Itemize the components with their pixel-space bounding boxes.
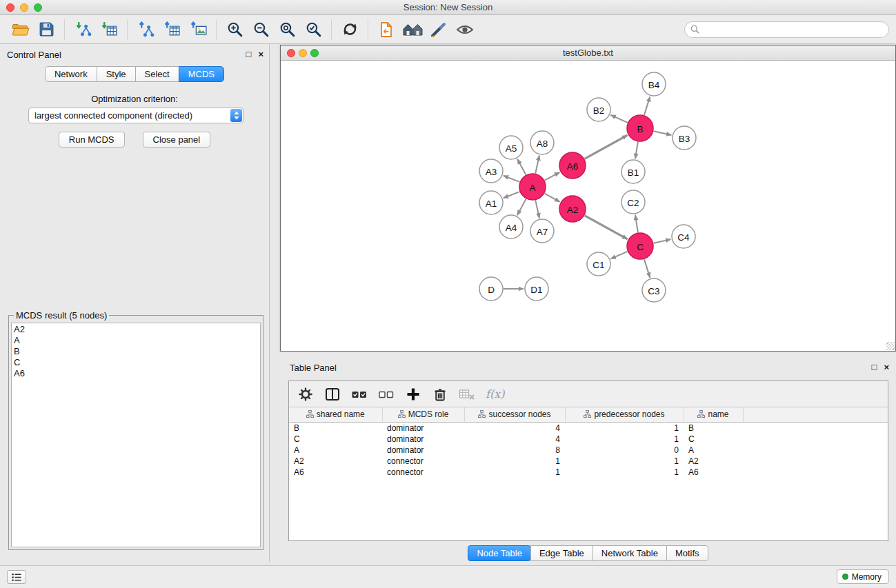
table-cell[interactable]: 1	[464, 456, 565, 467]
table-cell[interactable]: A6	[289, 467, 382, 478]
refresh-view-button[interactable]	[337, 17, 363, 42]
mcds-result-item[interactable]: B	[14, 346, 258, 357]
graph-node-A8[interactable]: A8	[530, 131, 554, 154]
delete-column-button[interactable]	[432, 386, 448, 403]
graph-edge-A-A1[interactable]	[504, 192, 520, 198]
unselect-all-rows-button[interactable]	[378, 386, 395, 403]
table-cell[interactable]: A2	[684, 456, 743, 467]
network-window-titlebar[interactable]: testGlobe.txt	[281, 45, 895, 61]
delete-table-button[interactable]	[459, 386, 475, 403]
graph-node-C1[interactable]: C1	[587, 252, 610, 276]
zoom-selected-button[interactable]	[300, 17, 326, 42]
graph-node-D1[interactable]: D1	[525, 277, 548, 301]
graph-edge-C-C1[interactable]	[610, 252, 627, 258]
zoom-out-button[interactable]	[248, 17, 274, 42]
tab-network[interactable]: Network	[45, 66, 97, 82]
graph-edge-C-C3[interactable]	[644, 259, 650, 278]
graph-edge-A-A2[interactable]	[545, 194, 560, 202]
column-header-shared-name[interactable]: shared name	[289, 407, 382, 422]
import-network-button[interactable]	[70, 17, 96, 42]
vertical-splitter[interactable]	[270, 44, 280, 562]
table-cell[interactable]: 1	[565, 434, 684, 445]
tab-motifs[interactable]: Motifs	[666, 545, 708, 561]
search-input[interactable]	[703, 24, 883, 34]
graph-node-A2[interactable]: A2	[559, 196, 586, 222]
graph-edge-A-A3[interactable]	[504, 176, 520, 182]
table-cell[interactable]: B	[684, 422, 743, 434]
export-image-button[interactable]	[185, 17, 211, 42]
graph-edge-B-B1[interactable]	[635, 142, 638, 159]
horizontal-splitter[interactable]	[280, 352, 896, 357]
table-cell[interactable]: dominator	[382, 434, 464, 445]
tab-network-table[interactable]: Network Table	[593, 545, 667, 561]
table-cell[interactable]: 4	[464, 434, 565, 445]
tab-style[interactable]: Style	[97, 66, 136, 82]
zoom-network-window-button[interactable]	[310, 49, 319, 57]
table-cell[interactable]: 1	[464, 467, 565, 478]
close-window-button[interactable]	[6, 3, 14, 12]
mcds-result-item[interactable]: C	[14, 357, 258, 368]
table-cell[interactable]: A2	[289, 456, 382, 467]
graph-edge-A2-C[interactable]	[585, 216, 628, 239]
graph-edge-A-A4[interactable]	[517, 199, 526, 216]
tab-mcds[interactable]: MCDS	[179, 66, 224, 82]
graph-node-A3[interactable]: A3	[479, 159, 503, 183]
memory-button[interactable]: Memory	[837, 569, 889, 584]
graph-node-C4[interactable]: C4	[672, 225, 695, 248]
graph-node-B2[interactable]: B2	[587, 98, 610, 121]
search-box[interactable]	[684, 21, 889, 38]
graph-node-A[interactable]: A	[519, 174, 546, 200]
annotation-pen-button[interactable]	[426, 17, 452, 42]
table-cell[interactable]: 4	[464, 422, 565, 434]
graph-edge-A-A5[interactable]	[517, 159, 526, 175]
mcds-result-item[interactable]: A2	[14, 324, 258, 335]
export-network-button[interactable]	[132, 17, 159, 42]
table-cell[interactable]: dominator	[382, 445, 464, 456]
table-cell[interactable]: B	[289, 422, 382, 434]
close-table-panel-button[interactable]: ×	[884, 363, 889, 372]
graph-node-B4[interactable]: B4	[642, 72, 666, 96]
graph-node-B1[interactable]: B1	[621, 160, 645, 183]
graph-node-B[interactable]: B	[627, 115, 653, 141]
graph-node-A4[interactable]: A4	[499, 215, 523, 239]
zoom-window-button[interactable]	[34, 3, 42, 12]
float-table-panel-button[interactable]: □	[872, 363, 877, 372]
table-cell[interactable]: A	[289, 445, 382, 456]
close-network-window-button[interactable]	[287, 49, 295, 57]
tab-edge-table[interactable]: Edge Table	[530, 545, 593, 561]
resize-grip[interactable]	[886, 342, 895, 350]
table-cell[interactable]: 8	[464, 445, 565, 456]
graph-edge-B-B2[interactable]	[610, 115, 627, 123]
tab-select[interactable]: Select	[135, 66, 179, 82]
network-overview-button[interactable]	[399, 17, 426, 42]
close-panel-button[interactable]: ×	[258, 50, 263, 59]
graph-edge-C-C2[interactable]	[635, 215, 638, 232]
add-column-button[interactable]	[405, 386, 421, 403]
column-header-name[interactable]: name	[684, 407, 743, 422]
table-cell[interactable]: dominator	[382, 422, 464, 434]
graph-node-B3[interactable]: B3	[673, 126, 696, 150]
close-panel-button-inline[interactable]: Close panel	[143, 132, 211, 148]
graph-node-A6[interactable]: A6	[559, 152, 586, 179]
column-header-successor-nodes[interactable]: successor nodes	[464, 407, 565, 422]
optimization-criterion-select[interactable]: largest connected component (directed)	[28, 108, 243, 123]
table-row[interactable]: A6connector11A6	[289, 467, 888, 478]
function-builder-button[interactable]: f(x)	[486, 387, 504, 401]
import-table-button[interactable]	[96, 17, 122, 42]
show-hide-button[interactable]	[452, 17, 478, 42]
network-canvas[interactable]: B4B2BB3A8A5A6A3B1AA1C2A2A4A7C4CC1C3DD1	[281, 61, 895, 351]
open-recent-button[interactable]	[373, 17, 399, 42]
graph-node-C[interactable]: C	[627, 233, 653, 259]
show-columns-button[interactable]	[324, 386, 341, 403]
table-cell[interactable]: connector	[382, 456, 464, 467]
open-file-button[interactable]	[7, 17, 33, 42]
graph-edge-A-A7[interactable]	[535, 201, 539, 219]
graph-edge-A-A8[interactable]	[535, 156, 539, 174]
table-cell[interactable]: A6	[684, 467, 743, 478]
table-cell[interactable]: C	[684, 434, 743, 445]
zoom-in-button[interactable]	[221, 17, 248, 42]
table-cell[interactable]: C	[289, 434, 382, 445]
table-settings-button[interactable]	[297, 386, 314, 403]
graph-node-A5[interactable]: A5	[499, 136, 523, 159]
graph-edge-C-C4[interactable]	[654, 239, 671, 243]
